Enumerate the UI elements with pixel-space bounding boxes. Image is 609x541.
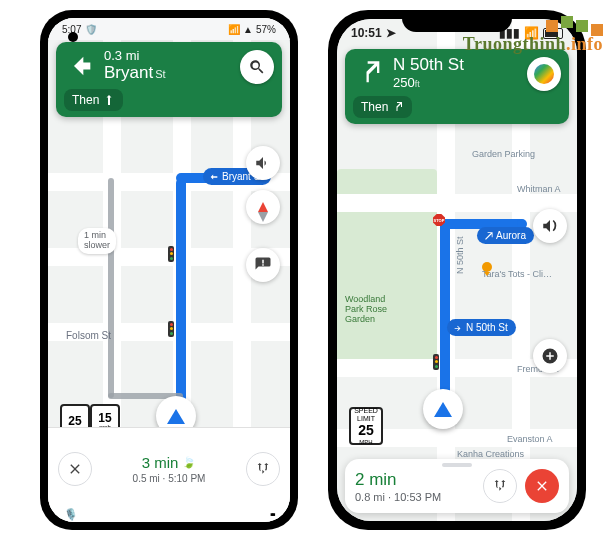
camera-hole (68, 32, 78, 42)
poi-woodland: Woodland Park Rose Garden (345, 294, 387, 324)
watermark-suffix: .info (566, 34, 603, 54)
alt-routes-icon (255, 461, 271, 477)
android-system-bar: 🎙️ ▪▪ (48, 506, 290, 522)
ios-phone-frame: 10:51 ➤ ▮▮▮ 📶 STOP (328, 10, 586, 530)
avatar-icon (534, 64, 554, 84)
status-battery: 57% (256, 24, 276, 35)
eta-details: 0.5 mi · 5:10 PM (133, 473, 206, 484)
callout-aurora[interactable]: Aurora (477, 227, 534, 244)
navigation-arrow-icon (434, 402, 452, 417)
turn-left-icon (64, 49, 98, 83)
nav-banner[interactable]: 0.3 mi BryantSt Then (56, 42, 282, 117)
wifi-icon: 📶 (228, 24, 240, 35)
close-nav-button[interactable] (58, 452, 92, 486)
android-screen: 5:07 🛡️ 📶 ▲ 57% (48, 18, 290, 522)
audio-toggle-button[interactable] (246, 146, 280, 180)
current-location-marker[interactable] (423, 389, 463, 429)
assistant-icon[interactable]: 🎙️ (64, 508, 78, 521)
report-icon (254, 256, 272, 274)
search-button[interactable] (240, 50, 274, 84)
close-icon (534, 478, 550, 494)
app-switcher-icon[interactable]: ▪▪ (270, 508, 274, 520)
eta-block: 3 min 🍃 0.5 mi · 5:10 PM (133, 454, 206, 484)
bottom-eta-card[interactable]: 2 min 0.8 mi · 10:53 PM (345, 459, 569, 513)
poi-garden-parking: Garden Parking (472, 149, 535, 159)
profile-button[interactable] (527, 57, 561, 91)
nav-distance: 0.3 mi (104, 48, 166, 63)
watermark-text: Truongthinh.info (463, 34, 603, 55)
search-icon (248, 58, 266, 76)
nav-then-chip[interactable]: Then (64, 89, 123, 111)
watermark: Truongthinh.info (463, 20, 603, 55)
android-phone-frame: 5:07 🛡️ 📶 ▲ 57% (40, 10, 298, 530)
android-status-bar: 5:07 🛡️ 📶 ▲ 57% (48, 18, 290, 40)
audio-toggle-button[interactable] (533, 209, 567, 243)
eta-time: 3 min (142, 454, 179, 471)
routes-button[interactable] (483, 469, 517, 503)
turn-slight-right-icon (353, 56, 387, 90)
compass-button[interactable] (246, 190, 280, 224)
nav-banner[interactable]: N 50th St 250ft Then (345, 49, 569, 124)
watermark-name: Truongthinh (463, 34, 566, 54)
drag-handle[interactable] (442, 463, 472, 467)
report-button[interactable] (246, 248, 280, 282)
add-report-icon (541, 347, 559, 365)
street-evanston: Evanston A (507, 434, 553, 444)
eta-time: 2 min (355, 470, 441, 490)
nav-street: N 50th St (393, 55, 464, 75)
routes-button[interactable] (246, 452, 280, 486)
eta-details: 0.8 mi · 10:53 PM (355, 491, 441, 503)
callout-n50[interactable]: N 50th St (447, 319, 516, 336)
nav-then-chip[interactable]: Then (353, 96, 412, 118)
eta-block: 2 min 0.8 mi · 10:53 PM (355, 470, 441, 503)
close-icon (67, 461, 83, 477)
navigation-arrow-icon (167, 409, 185, 424)
eco-leaf-icon: 🍃 (182, 456, 196, 469)
street-n50th: N 50th St (455, 236, 465, 274)
speaker-icon (541, 217, 559, 235)
street-whitman: Whitman A (517, 184, 561, 194)
watermark-logo-icon (546, 20, 603, 32)
compass-icon (258, 202, 268, 212)
speed-limit-sign: SPEED LIMIT 25 MPH (347, 407, 383, 445)
poi-pin-icon (482, 262, 492, 272)
poi-tara: Tara's Tots - Cli… (482, 269, 552, 279)
end-nav-button[interactable] (525, 469, 559, 503)
route-slower-tooltip: 1 min slower (78, 228, 116, 254)
alt-routes-icon (492, 478, 508, 494)
poi-kanha: Kanha Creations (457, 449, 524, 459)
location-icon: ➤ (386, 26, 396, 40)
nav-distance: 250ft (393, 75, 464, 90)
speaker-icon (254, 154, 272, 172)
street-folsom: Folsom St (66, 330, 111, 341)
ios-screen: 10:51 ➤ ▮▮▮ 📶 STOP (337, 19, 577, 521)
status-time: 10:51 (351, 26, 382, 40)
report-button[interactable] (533, 339, 567, 373)
nav-street: BryantSt (104, 63, 166, 83)
